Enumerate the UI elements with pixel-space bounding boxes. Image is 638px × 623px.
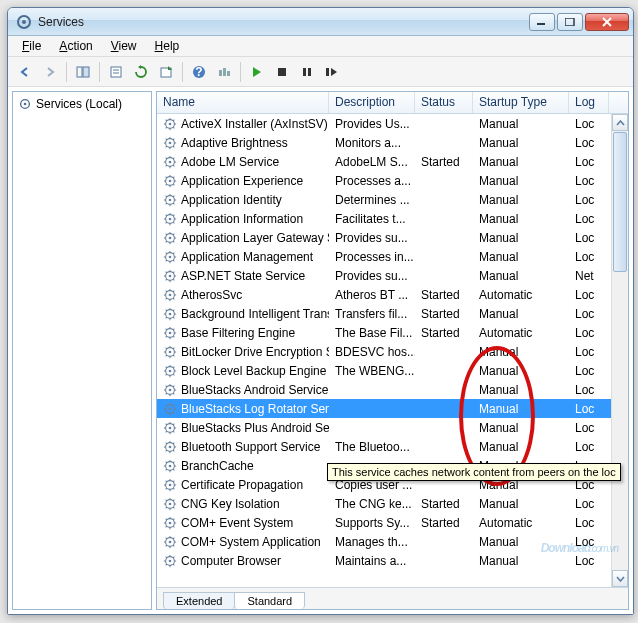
cell-description: BDESVC hos... [329, 345, 415, 359]
svg-line-228 [173, 507, 174, 508]
menu-help[interactable]: Help [147, 37, 188, 55]
table-row[interactable]: Application ExperienceProcesses a...Manu… [157, 171, 628, 190]
titlebar[interactable]: Services [8, 8, 633, 36]
table-row[interactable]: AtherosSvcAtheros BT ...StartedAutomatic… [157, 285, 628, 304]
table-row[interactable]: BitLocker Drive Encryption Ser...BDESVC … [157, 342, 628, 361]
cell-name: ActiveX Installer (AxInstSV) [157, 117, 329, 131]
svg-point-72 [169, 217, 172, 220]
menu-file[interactable]: File [14, 37, 49, 55]
svg-line-38 [173, 146, 174, 147]
scroll-up-button[interactable] [612, 114, 628, 131]
cell-name: Application Management [157, 250, 329, 264]
col-header-status[interactable]: Status [415, 92, 473, 113]
table-row[interactable]: Computer BrowserMaintains a...ManualLoc [157, 551, 628, 570]
cell-startup: Manual [473, 307, 569, 321]
cell-name: COM+ Event System [157, 516, 329, 530]
table-row[interactable]: Application ManagementProcesses in...Man… [157, 247, 628, 266]
svg-line-170 [166, 393, 167, 394]
cell-name: Certificate Propagation [157, 478, 329, 492]
svg-line-128 [173, 317, 174, 318]
table-row[interactable]: Adaptive BrightnessMonitors a...ManualLo… [157, 133, 628, 152]
svg-line-259 [173, 556, 174, 557]
export-list-button[interactable] [155, 61, 177, 83]
refresh-button[interactable] [130, 61, 152, 83]
table-row[interactable]: ASP.NET State ServiceProvides su...Manua… [157, 266, 628, 285]
show-hide-tree-button[interactable] [72, 61, 94, 83]
table-row[interactable]: BlueStacks Plus Android Servi...ManualLo… [157, 418, 628, 437]
table-row[interactable]: ActiveX Installer (AxInstSV)Provides Us.… [157, 114, 628, 133]
table-row[interactable]: Adobe LM ServiceAdobeLM S...StartedManua… [157, 152, 628, 171]
cell-logon: Loc [569, 535, 609, 549]
svg-line-78 [173, 222, 174, 223]
col-header-description[interactable]: Description [329, 92, 415, 113]
svg-line-188 [173, 431, 174, 432]
service-gear-icon [163, 516, 177, 530]
table-row[interactable]: Bluetooth Support ServiceThe Bluetoo...M… [157, 437, 628, 456]
svg-line-200 [166, 450, 167, 451]
restart-service-button[interactable] [321, 61, 343, 83]
svg-line-209 [173, 461, 174, 462]
table-row[interactable]: BlueStacks Android ServiceManualLoc [157, 380, 628, 399]
scroll-thumb[interactable] [613, 132, 627, 272]
table-row[interactable]: COM+ System ApplicationManages th...Manu… [157, 532, 628, 551]
back-button[interactable] [14, 61, 36, 83]
table-row[interactable]: Background Intelligent Transf...Transfer… [157, 304, 628, 323]
svg-point-142 [169, 350, 172, 353]
cell-status: Started [415, 307, 473, 321]
svg-line-227 [166, 499, 167, 500]
maximize-button[interactable] [557, 13, 583, 31]
svg-line-237 [166, 518, 167, 519]
properties-button[interactable] [105, 61, 127, 83]
table-row[interactable]: CNG Key IsolationThe CNG ke...StartedMan… [157, 494, 628, 513]
svg-line-249 [173, 537, 174, 538]
table-row[interactable]: Application IdentityDetermines ...Manual… [157, 190, 628, 209]
svg-line-40 [166, 146, 167, 147]
svg-line-149 [173, 347, 174, 348]
menu-action[interactable]: Action [51, 37, 100, 55]
scroll-down-button[interactable] [612, 570, 628, 587]
tab-extended[interactable]: Extended [163, 592, 235, 609]
col-header-name[interactable]: Name [157, 92, 329, 113]
cell-description: The WBENG... [329, 364, 415, 378]
minimize-button[interactable] [529, 13, 555, 31]
help-button[interactable]: ? [188, 61, 210, 83]
vertical-scrollbar[interactable] [611, 114, 628, 587]
table-row[interactable]: Block Level Backup Engine Ser...The WBEN… [157, 361, 628, 380]
forward-button[interactable] [39, 61, 61, 83]
cell-logon: Loc [569, 155, 609, 169]
svg-line-129 [173, 309, 174, 310]
table-row[interactable]: Base Filtering EngineThe Base Fil...Star… [157, 323, 628, 342]
svg-line-239 [173, 518, 174, 519]
cell-description: Supports Sy... [329, 516, 415, 530]
service-gear-icon [163, 212, 177, 226]
menu-view[interactable]: View [103, 37, 145, 55]
svg-point-152 [169, 369, 172, 372]
svg-line-230 [166, 507, 167, 508]
table-row[interactable]: Application InformationFacilitates t...M… [157, 209, 628, 228]
svg-point-92 [169, 255, 172, 258]
close-button[interactable] [585, 13, 629, 31]
col-header-startup-type[interactable]: Startup Type [473, 92, 569, 113]
cell-name: Adobe LM Service [157, 155, 329, 169]
svg-line-119 [173, 290, 174, 291]
cell-logon: Loc [569, 212, 609, 226]
table-row[interactable]: BlueStacks Log Rotator ServiceManualLoc [157, 399, 628, 418]
table-row[interactable]: COM+ Event SystemSupports Sy...StartedAu… [157, 513, 628, 532]
tab-standard[interactable]: Standard [234, 592, 305, 609]
pause-service-button[interactable] [296, 61, 318, 83]
start-service-button[interactable] [246, 61, 268, 83]
body: Services (Local) Name Description Status… [8, 87, 633, 614]
toolbar-icon[interactable] [213, 61, 235, 83]
svg-point-122 [169, 312, 172, 315]
cell-name: Computer Browser [157, 554, 329, 568]
tree-node-services-local[interactable]: Services (Local) [16, 95, 148, 113]
console-tree[interactable]: Services (Local) [12, 91, 152, 610]
service-gear-icon [163, 117, 177, 131]
svg-line-197 [166, 442, 167, 443]
col-header-logon[interactable]: Log [569, 92, 609, 113]
table-row[interactable]: Application Layer Gateway Ser...Provides… [157, 228, 628, 247]
stop-service-button[interactable] [271, 61, 293, 83]
svg-point-202 [169, 464, 172, 467]
svg-line-218 [173, 488, 174, 489]
cell-name: Base Filtering Engine [157, 326, 329, 340]
